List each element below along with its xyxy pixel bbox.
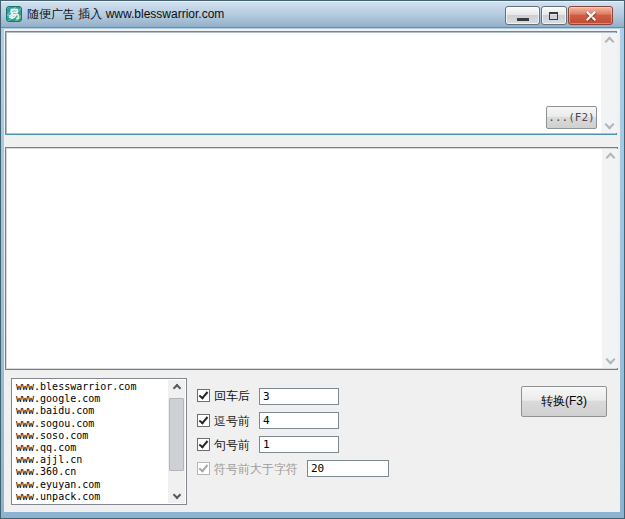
checkbox-before-period[interactable]	[197, 438, 210, 451]
list-item[interactable]: www.sogou.com	[16, 418, 165, 430]
checkbox-before-comma[interactable]	[197, 414, 210, 427]
chevron-down-icon	[172, 491, 180, 499]
maximize-button[interactable]	[541, 6, 567, 25]
titlebar[interactable]: 易 随便广告 插入 www.blesswarrior.com	[1, 1, 624, 28]
list-item[interactable]: www.qq.com	[16, 442, 165, 454]
list-item[interactable]: www.unpack.com	[16, 491, 165, 503]
chevron-up-icon[interactable]	[605, 153, 615, 163]
list-item[interactable]: www.google.com	[16, 393, 165, 405]
label-after-enter: 回车后	[214, 388, 250, 405]
list-item[interactable]: www.soso.com	[16, 430, 165, 442]
window-title: 随便广告 插入 www.blesswarrior.com	[27, 6, 224, 23]
input-before-comma[interactable]	[259, 412, 339, 429]
scroll-up-button[interactable]	[168, 380, 185, 396]
maximize-icon	[549, 12, 558, 20]
checkbox-symbol-min-chars	[197, 462, 210, 475]
convert-button[interactable]: 转换(F3)	[521, 386, 607, 417]
app-window: 易 随便广告 插入 www.blesswarrior.com ...(F2) w…	[0, 0, 625, 519]
list-item[interactable]: www.360.cn	[16, 466, 165, 478]
close-icon	[585, 10, 597, 22]
list-item[interactable]: www.ajjl.cn	[16, 454, 165, 466]
input-after-enter[interactable]	[259, 388, 339, 405]
ad-source-editor[interactable]	[5, 31, 617, 135]
scroll-down-button[interactable]	[168, 487, 185, 503]
label-symbol-min-chars: 符号前大于字符	[214, 461, 298, 478]
source-editor-scrollbar[interactable]	[601, 33, 617, 133]
input-before-period[interactable]	[259, 436, 339, 453]
list-item[interactable]: www.eyuyan.com	[16, 479, 165, 491]
list-item[interactable]: www.blesswarrior.com	[16, 381, 165, 393]
minimize-button[interactable]	[505, 6, 540, 25]
chevron-up-icon[interactable]	[604, 37, 614, 47]
website-listbox[interactable]: www.blesswarrior.com www.google.com www.…	[11, 378, 187, 505]
app-logo-icon: 易	[6, 6, 22, 22]
label-before-period: 句号前	[214, 437, 250, 454]
chevron-down-icon[interactable]	[605, 355, 615, 365]
client-area: ...(F2) www.blesswarrior.com www.google.…	[4, 29, 620, 512]
listbox-scrollbar[interactable]	[168, 380, 185, 503]
input-symbol-min-chars[interactable]	[307, 460, 389, 477]
chevron-up-icon	[172, 384, 180, 392]
pick-file-button[interactable]: ...(F2)	[546, 106, 597, 129]
scrollbar-thumb[interactable]	[169, 398, 184, 471]
chevron-down-icon[interactable]	[604, 120, 614, 130]
close-button[interactable]	[568, 6, 613, 25]
list-item[interactable]: www.baidu.com	[16, 405, 165, 417]
minimize-icon	[517, 18, 529, 21]
label-before-comma: 逗号前	[214, 413, 250, 430]
output-editor[interactable]	[5, 147, 618, 370]
output-editor-scrollbar[interactable]	[602, 149, 618, 368]
checkbox-after-enter[interactable]	[197, 389, 210, 402]
